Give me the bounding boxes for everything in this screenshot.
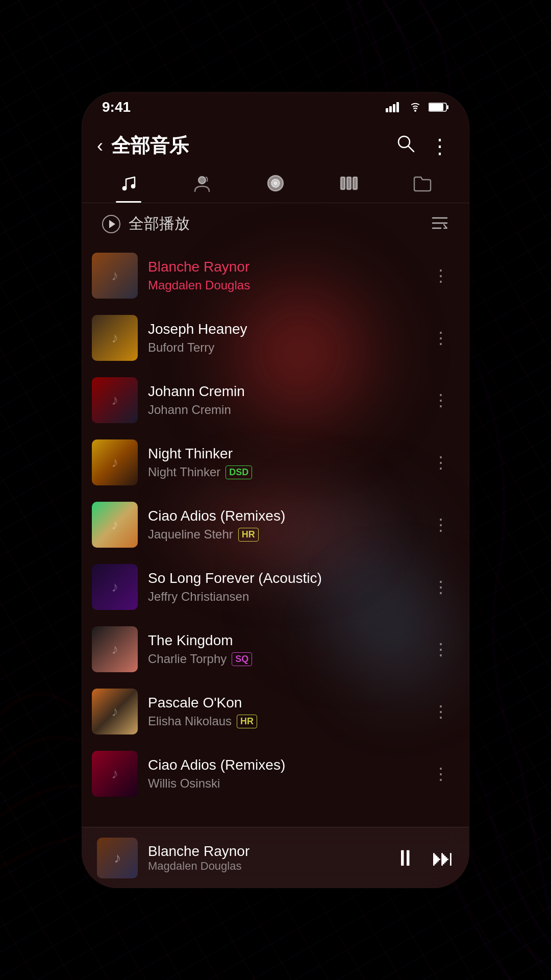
song-item[interactable]: ♪ Night Thinker Night Thinker DSD ⋮	[82, 431, 469, 494]
song-more-button[interactable]: ⋮	[428, 572, 454, 602]
quality-badge: SQ	[232, 652, 252, 666]
song-artist: Jeffry Christiansen	[148, 590, 249, 604]
song-title: The Kingdom	[148, 632, 417, 649]
search-button[interactable]	[396, 134, 415, 158]
song-more-button[interactable]: ⋮	[428, 510, 454, 540]
song-info: Blanche Raynor Magdalen Douglas	[148, 259, 417, 292]
svg-point-15	[274, 182, 277, 185]
header-left: ‹ 全部音乐	[97, 133, 189, 159]
svg-rect-3	[396, 102, 399, 112]
song-item[interactable]: ♪ The Kingdom Charlie Torphy SQ ⋮	[82, 618, 469, 680]
song-title: Ciao Adios (Remixes)	[148, 508, 417, 524]
song-artist: Jaqueline Stehr	[148, 527, 233, 542]
sort-icon	[431, 215, 449, 231]
song-artist-row: Charlie Torphy SQ	[148, 652, 417, 666]
song-item[interactable]: ♪ So Long Forever (Acoustic) Jeffry Chri…	[82, 556, 469, 618]
song-artist: Night Thinker	[148, 465, 220, 479]
svg-rect-17	[347, 177, 351, 189]
pause-button[interactable]: ⏸	[394, 845, 416, 871]
song-artist-row: Night Thinker DSD	[148, 465, 417, 479]
music-icon	[118, 173, 139, 193]
sort-button[interactable]	[431, 215, 449, 233]
tab-music[interactable]	[108, 169, 149, 198]
disc-icon	[265, 173, 286, 193]
song-more-button[interactable]: ⋮	[428, 759, 454, 789]
song-more-button[interactable]: ⋮	[428, 697, 454, 726]
signal-icon	[386, 102, 402, 112]
song-thumbnail: ♪	[92, 253, 138, 299]
tab-artist[interactable]	[182, 169, 222, 198]
song-artist-row: Willis Osinski	[148, 776, 417, 791]
nav-tabs	[82, 169, 469, 203]
now-playing-bar[interactable]: ♪ Blanche Raynor Magdalen Douglas ⏸ ⏭	[82, 827, 469, 888]
song-thumbnail: ♪	[92, 377, 138, 423]
song-info: Ciao Adios (Remixes) Willis Osinski	[148, 757, 417, 791]
play-all-left: 全部播放	[102, 213, 190, 234]
page-title: 全部音乐	[111, 133, 189, 159]
song-artist-row: Elisha Nikolaus HR	[148, 714, 417, 728]
song-thumbnail: ♪	[92, 502, 138, 548]
song-artist-row: Johann Cremin	[148, 403, 417, 417]
status-icons	[386, 102, 449, 112]
song-title: Blanche Raynor	[148, 259, 417, 275]
svg-point-12	[198, 177, 206, 184]
song-thumbnail: ♪	[92, 564, 138, 610]
song-item[interactable]: ♪ Johann Cremin Johann Cremin ⋮	[82, 369, 469, 431]
song-artist: Magdalen Douglas	[148, 278, 250, 292]
song-thumbnail: ♪	[92, 689, 138, 734]
song-artist-row: Jaqueline Stehr HR	[148, 527, 417, 542]
svg-line-9	[408, 146, 414, 152]
play-all-label[interactable]: 全部播放	[129, 213, 190, 234]
song-item[interactable]: ♪ Ciao Adios (Remixes) Willis Osinski ⋮	[82, 743, 469, 805]
more-menu-button[interactable]: ⋮	[430, 134, 449, 158]
svg-rect-2	[393, 104, 395, 112]
now-playing-thumb: ♪	[97, 838, 138, 878]
quality-badge: HR	[238, 528, 259, 542]
svg-point-4	[414, 110, 416, 112]
status-bar: 9:41	[82, 92, 469, 122]
song-more-button[interactable]: ⋮	[428, 448, 454, 477]
svg-rect-1	[389, 106, 392, 112]
song-title: So Long Forever (Acoustic)	[148, 570, 417, 586]
svg-rect-16	[341, 177, 345, 189]
song-title: Ciao Adios (Remixes)	[148, 757, 417, 773]
song-info: Pascale O'Kon Elisha Nikolaus HR	[148, 695, 417, 728]
song-title: Pascale O'Kon	[148, 695, 417, 711]
song-info: Night Thinker Night Thinker DSD	[148, 446, 417, 479]
song-artist-row: Buford Terry	[148, 340, 417, 355]
song-item[interactable]: ♪ Blanche Raynor Magdalen Douglas ⋮	[82, 244, 469, 307]
song-info: So Long Forever (Acoustic) Jeffry Christ…	[148, 570, 417, 604]
tab-library[interactable]	[329, 169, 369, 198]
song-item[interactable]: ♪ Joseph Heaney Buford Terry ⋮	[82, 307, 469, 369]
tab-album[interactable]	[255, 169, 296, 198]
song-artist-row: Jeffry Christiansen	[148, 590, 417, 604]
folder-icon	[412, 173, 433, 193]
back-button[interactable]: ‹	[97, 135, 103, 157]
song-artist: Charlie Torphy	[148, 652, 227, 666]
play-all-button[interactable]	[102, 215, 120, 233]
song-more-button[interactable]: ⋮	[428, 634, 454, 664]
svg-rect-7	[447, 105, 448, 109]
song-item[interactable]: ♪ Pascale O'Kon Elisha Nikolaus HR ⋮	[82, 680, 469, 743]
song-artist: Willis Osinski	[148, 776, 220, 791]
svg-rect-0	[386, 108, 388, 112]
now-playing-artist: Magdalen Douglas	[148, 860, 384, 873]
song-title: Johann Cremin	[148, 383, 417, 400]
song-more-button[interactable]: ⋮	[428, 385, 454, 415]
song-artist: Johann Cremin	[148, 403, 231, 417]
now-playing-info: Blanche Raynor Magdalen Douglas	[148, 843, 384, 873]
song-item[interactable]: ♪ Ciao Adios (Remixes) Jaqueline Stehr H…	[82, 494, 469, 556]
search-icon	[396, 134, 415, 153]
song-title: Joseph Heaney	[148, 321, 417, 337]
song-more-button[interactable]: ⋮	[428, 323, 454, 353]
tab-folder[interactable]	[402, 169, 443, 198]
svg-point-10	[122, 186, 127, 190]
grid-icon	[339, 173, 359, 193]
app-container: 9:41	[82, 92, 469, 888]
next-button[interactable]: ⏭	[432, 845, 454, 871]
now-playing-title: Blanche Raynor	[148, 843, 384, 860]
song-info: Ciao Adios (Remixes) Jaqueline Stehr HR	[148, 508, 417, 542]
now-playing-controls: ⏸ ⏭	[394, 845, 454, 871]
song-more-button[interactable]: ⋮	[428, 261, 454, 290]
header-actions: ⋮	[396, 134, 449, 158]
